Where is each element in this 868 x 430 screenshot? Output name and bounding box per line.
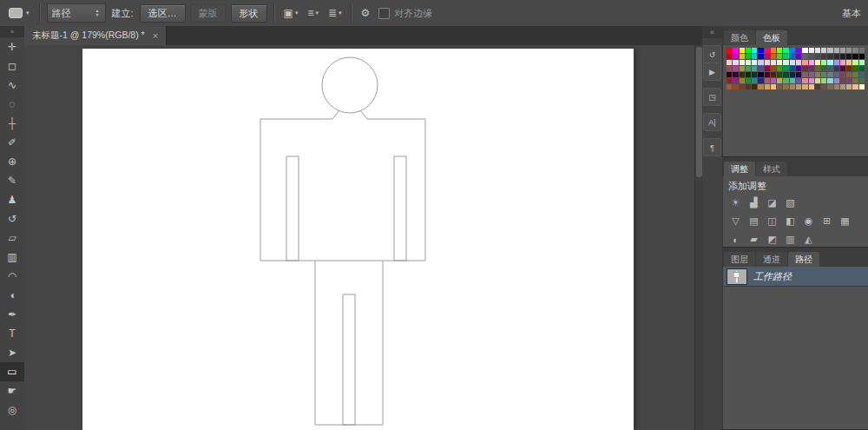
color-swatch[interactable] <box>827 72 832 77</box>
color-swatch[interactable] <box>834 78 839 83</box>
color-swatch[interactable] <box>733 84 738 89</box>
color-swatch[interactable] <box>846 84 852 89</box>
color-swatch[interactable] <box>790 48 795 53</box>
color-swatch[interactable] <box>771 66 776 71</box>
color-swatch[interactable] <box>758 54 763 59</box>
color-swatch[interactable] <box>809 84 814 89</box>
color-swatch[interactable] <box>740 48 745 53</box>
color-swatch[interactable] <box>752 60 757 65</box>
color-swatch[interactable] <box>727 72 732 77</box>
color-swatch[interactable] <box>746 78 751 83</box>
color-swatch[interactable] <box>821 60 826 65</box>
color-swatch[interactable] <box>802 66 807 71</box>
color-swatch[interactable] <box>815 72 820 77</box>
color-swatch[interactable] <box>733 66 738 71</box>
tab-styles[interactable]: 样式 <box>756 162 787 176</box>
workspace-switcher[interactable]: 基本 <box>842 7 863 20</box>
color-swatch[interactable] <box>846 78 852 83</box>
color-swatch[interactable] <box>733 54 738 59</box>
color-swatch[interactable] <box>727 84 732 89</box>
color-swatch[interactable] <box>796 60 801 65</box>
lasso-tool[interactable]: ∿ <box>0 76 24 95</box>
channel-mixer-icon[interactable]: ⊞ <box>818 213 836 229</box>
color-swatch[interactable] <box>777 66 782 71</box>
color-swatch[interactable] <box>752 78 757 83</box>
history-panel-icon[interactable]: ↺ <box>704 46 720 63</box>
gradient-tool[interactable]: ▥ <box>0 248 24 267</box>
color-swatch[interactable] <box>834 54 839 59</box>
color-swatch[interactable] <box>783 54 788 59</box>
color-swatch[interactable] <box>827 78 832 83</box>
color-swatch[interactable] <box>777 72 782 77</box>
tool-preset-button[interactable]: ▾ <box>5 6 33 20</box>
color-swatch[interactable] <box>765 48 770 53</box>
color-swatch[interactable] <box>852 48 858 53</box>
color-swatch[interactable] <box>783 72 788 77</box>
color-swatch[interactable] <box>746 84 751 89</box>
color-swatch[interactable] <box>827 84 832 89</box>
color-swatch[interactable] <box>771 48 776 53</box>
photo-filter-icon[interactable]: ◉ <box>799 213 818 229</box>
color-swatch[interactable] <box>733 48 738 53</box>
color-swatch[interactable] <box>852 60 858 65</box>
scrollbar-thumb[interactable] <box>696 47 702 177</box>
color-swatch[interactable] <box>758 84 763 89</box>
color-swatch[interactable] <box>727 60 732 65</box>
color-swatch[interactable] <box>777 78 782 83</box>
color-balance-icon[interactable]: ◫ <box>763 213 781 229</box>
color-swatch[interactable] <box>771 78 776 83</box>
color-swatch[interactable] <box>752 48 757 53</box>
color-swatch[interactable] <box>765 84 770 89</box>
levels-icon[interactable]: ▟ <box>745 195 763 211</box>
invert-icon[interactable]: ◐ <box>727 231 745 248</box>
color-swatch[interactable] <box>740 66 745 71</box>
color-swatch[interactable] <box>752 54 757 59</box>
color-swatch[interactable] <box>846 66 852 71</box>
blur-tool[interactable]: ◠ <box>0 267 24 286</box>
color-swatch[interactable] <box>827 48 832 53</box>
hue-saturation-icon[interactable]: ▤ <box>745 213 763 229</box>
black-white-icon[interactable]: ◧ <box>781 213 799 229</box>
marquee-tool[interactable]: ◻ <box>0 56 24 76</box>
color-swatch[interactable] <box>740 78 745 83</box>
threshold-icon[interactable]: ◩ <box>763 231 781 248</box>
vibrance-icon[interactable]: ▽ <box>727 213 745 229</box>
align-edges-option[interactable]: 对齐边缘 <box>378 7 432 20</box>
tab-layers[interactable]: 图层 <box>724 252 755 267</box>
color-swatch[interactable] <box>796 78 801 83</box>
color-swatch[interactable] <box>859 60 865 65</box>
color-swatch[interactable] <box>846 48 852 53</box>
color-swatch[interactable] <box>821 78 826 83</box>
brush-tool[interactable]: ✎ <box>0 171 24 190</box>
color-swatch[interactable] <box>821 84 826 89</box>
close-icon[interactable]: × <box>153 30 158 41</box>
color-swatch[interactable] <box>802 48 807 53</box>
gear-button[interactable]: ⚙ <box>358 6 373 20</box>
tab-swatches[interactable]: 色板 <box>756 30 787 45</box>
brightness-contrast-icon[interactable]: ☀ <box>727 195 745 211</box>
mask-button[interactable]: 蒙版 <box>190 4 227 23</box>
color-swatch[interactable] <box>834 48 839 53</box>
color-swatch[interactable] <box>777 48 782 53</box>
color-swatch[interactable] <box>796 72 801 77</box>
color-swatch[interactable] <box>771 72 776 77</box>
color-swatch[interactable] <box>765 66 770 71</box>
color-swatch[interactable] <box>815 78 820 83</box>
color-swatch[interactable] <box>790 72 795 77</box>
tab-paths[interactable]: 路径 <box>788 252 819 267</box>
pen-tool[interactable]: ✒ <box>0 305 24 324</box>
color-swatch[interactable] <box>840 48 845 53</box>
color-swatch[interactable] <box>740 72 745 77</box>
tab-channels[interactable]: 通道 <box>756 252 787 267</box>
color-swatch[interactable] <box>752 72 757 77</box>
color-swatch[interactable] <box>771 84 776 89</box>
color-swatch[interactable] <box>827 54 832 59</box>
color-swatch[interactable] <box>777 54 782 59</box>
rectangle-tool[interactable]: ▭ <box>0 362 24 381</box>
color-swatch[interactable] <box>783 48 788 53</box>
color-swatch[interactable] <box>834 60 839 65</box>
color-swatch[interactable] <box>815 66 820 71</box>
color-swatch[interactable] <box>821 66 826 71</box>
quick-selection-tool[interactable]: ◌ <box>0 95 24 114</box>
dock-expand-icon[interactable]: « <box>702 26 722 38</box>
